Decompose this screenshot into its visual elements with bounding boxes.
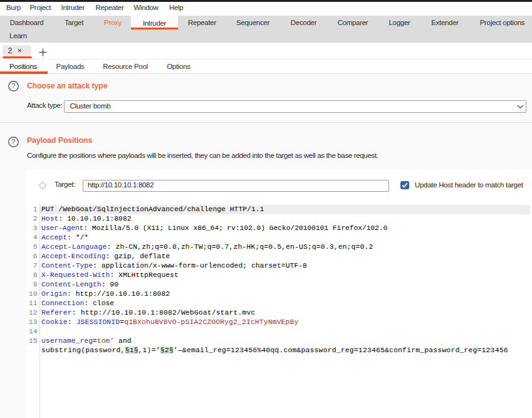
svg-text:?: ?	[12, 138, 16, 145]
svg-text:?: ?	[12, 82, 16, 90]
